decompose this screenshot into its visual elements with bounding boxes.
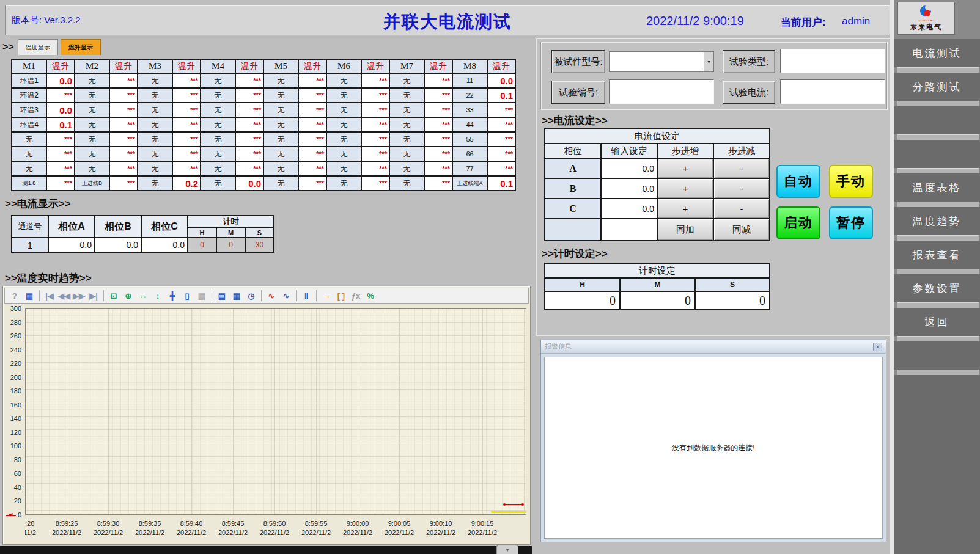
sidebar-item-报表查看[interactable]: 报表查看 <box>894 241 980 269</box>
alarm-titlebar: 报警信息 × <box>541 340 886 354</box>
device-model-combo[interactable]: ▼ <box>609 51 714 72</box>
test-number-input[interactable] <box>609 79 714 104</box>
temp-rise-value-cell: *** <box>424 88 452 103</box>
logo-text: 东来电气 <box>910 23 942 32</box>
temp-rise-value-cell: *** <box>172 73 201 88</box>
zoom-box-icon[interactable]: ⊡ <box>107 290 120 302</box>
auto-button[interactable]: 自动 <box>776 165 820 198</box>
export-icon[interactable]: ▦ <box>23 290 36 302</box>
percent-icon[interactable]: % <box>364 290 377 302</box>
measure-point-cell: 11 <box>452 73 487 88</box>
phase-a-set-input[interactable]: 0.0 <box>601 158 657 178</box>
rewind-icon[interactable]: ◀◀ <box>57 290 71 302</box>
ruler-icon[interactable]: ▯ <box>180 290 194 302</box>
current-set-table: 电流值设定 相位 输入设定 步进增 步进减 A 0.0 + - B 0.0 + … <box>544 128 770 241</box>
fx-icon[interactable]: ƒx <box>349 290 363 302</box>
sidebar-item-返回[interactable]: 返回 <box>894 308 980 336</box>
pan-icon[interactable]: ╋ <box>166 290 179 302</box>
datetime-display: 2022/11/2 9:00:19 <box>646 14 744 28</box>
phase-c-increment-button[interactable]: + <box>657 199 713 219</box>
sidebar-item-温度趋势[interactable]: 温度趋势 <box>894 207 980 235</box>
tab-temperature-display[interactable]: 温度显示 <box>18 39 58 55</box>
pause-button[interactable]: 暂停 <box>829 206 873 239</box>
sidebar-separator <box>897 134 979 140</box>
curve-blue-icon[interactable]: ∿ <box>279 290 293 302</box>
module-col-header: M2 <box>75 59 109 73</box>
cursor-arrow-icon[interactable]: → <box>320 290 333 302</box>
test-current-input[interactable] <box>780 79 885 104</box>
temp-rise-value-cell: 0.0 <box>46 73 75 88</box>
temp-rise-value-cell: *** <box>46 132 75 147</box>
measure-point-cell: 无 <box>326 88 361 103</box>
sidebar-item-参数设置[interactable]: 参数设置 <box>894 274 980 302</box>
temp-rise-value-cell: *** <box>172 161 201 176</box>
sidebar-separator <box>897 67 979 73</box>
help-icon[interactable]: ? <box>8 290 21 302</box>
zoom-in-icon[interactable]: ⊕ <box>122 290 135 302</box>
timer-set-s-input[interactable]: 0 <box>695 291 770 310</box>
measure-point-cell: 无 <box>263 103 298 117</box>
phase-b-set-input[interactable]: 0.0 <box>601 178 657 199</box>
grid-settings-icon[interactable]: ▦ <box>230 290 243 302</box>
sidebar-item-温度表格[interactable]: 温度表格 <box>894 173 980 202</box>
phase-all-set-input[interactable] <box>601 219 657 241</box>
temp-rise-value-cell: *** <box>424 161 452 176</box>
manual-button[interactable]: 手动 <box>829 165 873 198</box>
start-button[interactable]: 启动 <box>776 206 820 239</box>
sidebar-item-blank[interactable] <box>894 140 980 168</box>
combo-dropdown-button[interactable]: ▼ <box>704 52 713 71</box>
temp-rise-value-cell: *** <box>109 147 138 161</box>
curve-red-icon[interactable]: ∿ <box>265 290 278 302</box>
y-axis-tick-label: 140 <box>3 415 21 422</box>
all-decrement-button[interactable]: 同减 <box>713 219 770 241</box>
channels-icon[interactable]: ▤ <box>215 290 229 302</box>
sidebar-item-电流测试[interactable]: 电流测试 <box>894 39 980 67</box>
tab-temp-rise-display[interactable]: 温升显示 <box>61 39 101 55</box>
measure-point-cell: 无 <box>75 73 109 88</box>
table-row: 测1.8***上进线B***无0.2无0.0无***无***无***上进线端A0… <box>12 176 515 191</box>
phase-c-decrement-button[interactable]: - <box>713 199 770 219</box>
timer-set-m-input[interactable]: 0 <box>620 291 695 310</box>
first-icon[interactable]: |◀ <box>43 290 56 302</box>
temp-rise-value-cell: *** <box>298 161 326 176</box>
phase-b-decrement-button[interactable]: - <box>713 178 770 199</box>
temp-rise-value-cell: 0.1 <box>46 117 75 132</box>
phase-a-decrement-button[interactable]: - <box>713 158 770 178</box>
current-display-title: >>电流显示>> <box>5 197 71 211</box>
phase-all-row-label <box>545 219 601 241</box>
last-icon[interactable]: ▶| <box>87 290 100 302</box>
pause-icon[interactable]: ‖ <box>300 290 313 302</box>
chart-plot-area <box>25 308 526 515</box>
collapse-handle[interactable]: ▼ <box>496 545 518 554</box>
zoom-horizontal-icon[interactable]: ↔ <box>136 290 150 302</box>
all-increment-button[interactable]: 同加 <box>657 219 713 241</box>
measure-point-cell: 无 <box>201 88 235 103</box>
phase-b-increment-button[interactable]: + <box>657 178 713 199</box>
channel-value: 1 <box>12 238 48 252</box>
phase-a-increment-button[interactable]: + <box>657 158 713 178</box>
sidebar-item-blank[interactable] <box>894 106 980 134</box>
trend-title: >>温度实时趋势>> <box>5 271 92 285</box>
x-axis-tick-label: 9:00:052022/11/2 <box>385 519 414 538</box>
zoom-vertical-icon[interactable]: ↕ <box>151 290 164 302</box>
table-row: 无***无***无***无***无***无***无***55*** <box>12 132 515 147</box>
temp-rise-value-cell: *** <box>235 147 263 161</box>
timer-set-h-input[interactable]: 0 <box>545 291 620 310</box>
range-brackets-icon[interactable]: [ ] <box>334 290 348 302</box>
temp-rise-value-cell: *** <box>235 132 263 147</box>
test-type-input[interactable] <box>780 49 885 73</box>
close-icon[interactable]: × <box>873 343 882 351</box>
measure-point-cell: 无 <box>138 117 172 132</box>
sidebar-item-blank[interactable] <box>894 341 980 370</box>
phase-c-set-input[interactable]: 0.0 <box>601 199 657 219</box>
measure-point-cell: 无 <box>138 73 172 88</box>
forward-icon[interactable]: ▶▶ <box>72 290 86 302</box>
measure-point-cell: 环温2 <box>12 88 46 103</box>
temp-rise-value-cell: *** <box>361 147 389 161</box>
table-view-icon[interactable]: ▦ <box>195 290 208 302</box>
sidebar-item-分路测试[interactable]: 分路测试 <box>894 73 980 101</box>
measure-point-cell: 无 <box>389 73 424 88</box>
measure-point-cell: 无 <box>389 88 424 103</box>
table-row: 环温30.0无***无***无***无***无***无***33*** <box>12 103 515 117</box>
clock-icon[interactable]: ◷ <box>245 290 258 302</box>
